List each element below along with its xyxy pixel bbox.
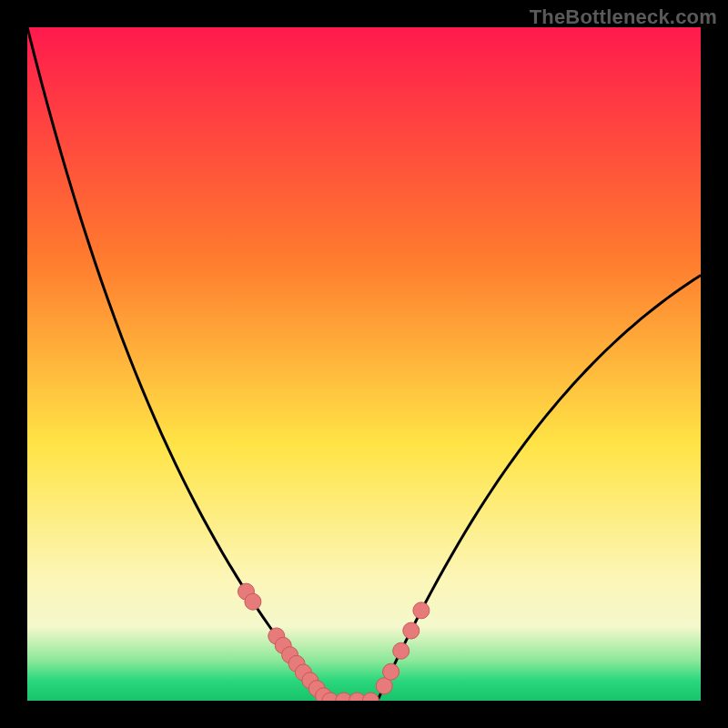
- data-marker: [413, 602, 430, 619]
- data-marker: [383, 663, 399, 680]
- watermark-text: TheBottleneck.com: [530, 5, 717, 29]
- right-curve: [378, 275, 701, 701]
- chart-frame: TheBottleneck.com: [0, 0, 728, 728]
- data-marker: [245, 593, 261, 610]
- data-marker: [393, 642, 410, 659]
- bottleneck-curve: [27, 27, 701, 701]
- plot-area: [27, 27, 701, 701]
- left-curve: [27, 27, 330, 701]
- data-marker: [403, 622, 420, 639]
- data-marker: [362, 693, 379, 701]
- data-markers: [238, 583, 430, 701]
